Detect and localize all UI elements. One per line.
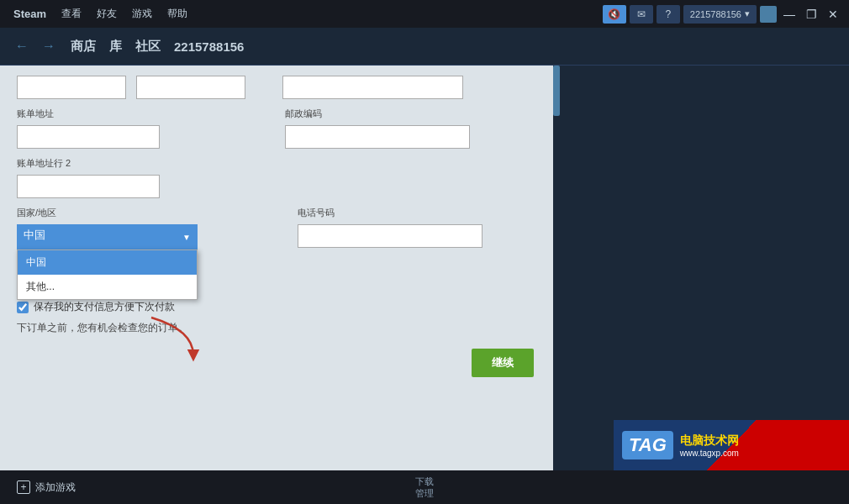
nav-library[interactable]: 库 bbox=[109, 39, 122, 55]
right-sidebar bbox=[559, 66, 849, 470]
title-bar: Steam 查看 好友 游戏 帮助 🔇 ✉ ? 2215788156 ▾ — ❐… bbox=[0, 0, 849, 28]
phone-group: 电话号码 bbox=[298, 207, 483, 249]
menu-bar: Steam 查看 好友 游戏 帮助 bbox=[7, 3, 603, 24]
country-option-other[interactable]: 其他... bbox=[18, 275, 197, 299]
bottom-bar: + 添加游戏 下载 管理 bbox=[0, 470, 849, 504]
partial-input-3 bbox=[282, 76, 463, 99]
restore-button[interactable]: ❐ bbox=[802, 5, 820, 24]
downloads-area[interactable]: 下载 管理 bbox=[415, 475, 434, 500]
plus-icon: + bbox=[17, 480, 30, 494]
country-group: 国家/地区 中国 ▼ 中国 其他... bbox=[17, 207, 198, 249]
menu-friends[interactable]: 好友 bbox=[90, 3, 124, 24]
menu-view[interactable]: 查看 bbox=[55, 3, 88, 24]
nav-community[interactable]: 社区 bbox=[135, 39, 161, 55]
mail-button[interactable]: ✉ bbox=[630, 5, 653, 24]
tag-site-url: www.tagxp.com bbox=[680, 449, 739, 458]
country-selected-value: 中国 bbox=[24, 228, 45, 241]
tag-text: 电脑技术网 www.tagxp.com bbox=[680, 433, 739, 458]
save-payment-checkbox[interactable] bbox=[17, 302, 29, 313]
scroll-track bbox=[553, 66, 560, 470]
continue-btn-area: 继续 bbox=[17, 349, 542, 377]
partial-input-1 bbox=[17, 76, 126, 99]
billing-address-label: 账单地址 bbox=[17, 108, 185, 120]
steam-logo[interactable]: Steam bbox=[7, 4, 53, 24]
phone-label: 电话号码 bbox=[298, 207, 483, 219]
downloads-label: 下载 bbox=[415, 475, 434, 487]
account-label: 2215788156 bbox=[690, 9, 741, 19]
tag-site-name: 电脑技术网 bbox=[680, 433, 739, 449]
billing-address-row: 账单地址 邮政编码 bbox=[17, 108, 542, 149]
billing-address2-row: 账单地址行 2 bbox=[17, 157, 542, 198]
nav-user: 2215788156 bbox=[174, 39, 244, 54]
menu-help[interactable]: 帮助 bbox=[161, 3, 194, 24]
billing-address2-label: 账单地址行 2 bbox=[17, 157, 185, 170]
country-option-china[interactable]: 中国 bbox=[18, 250, 197, 275]
nav-bar: ← → 商店 库 社区 2215788156 bbox=[0, 28, 849, 66]
avatar bbox=[760, 6, 777, 23]
billing-address-group: 账单地址 bbox=[17, 108, 185, 149]
save-payment-label: 保存我的支付信息方便下次付款 bbox=[34, 300, 175, 314]
postal-code-label: 邮政编码 bbox=[285, 108, 470, 120]
country-dropdown: 中国 其他... bbox=[17, 249, 198, 300]
billing-address2-input[interactable] bbox=[17, 175, 160, 198]
order-note: 下订单之前，您有机会检查您的订单。 bbox=[17, 321, 542, 335]
account-button[interactable]: 2215788156 ▾ bbox=[683, 5, 757, 24]
continue-button[interactable]: 继续 bbox=[472, 349, 534, 377]
add-game-label: 添加游戏 bbox=[35, 480, 76, 495]
billing-address2-group: 账单地址行 2 bbox=[17, 157, 185, 198]
country-select-wrapper: 中国 ▼ 中国 其他... bbox=[17, 224, 198, 249]
main-content: 账单地址 邮政编码 账单地址行 2 国家/地区 bbox=[0, 66, 849, 470]
close-button[interactable]: ✕ bbox=[824, 5, 842, 24]
country-select[interactable]: 中国 bbox=[17, 224, 198, 249]
nav-store[interactable]: 商店 bbox=[71, 39, 96, 55]
save-payment-row: 保存我的支付信息方便下次付款 bbox=[17, 300, 542, 314]
nav-links: 商店 库 社区 2215788156 bbox=[71, 39, 244, 55]
country-phone-row: 国家/地区 中国 ▼ 中国 其他... 电话 bbox=[17, 207, 542, 249]
postal-code-input[interactable] bbox=[285, 125, 470, 149]
manage-label: 管理 bbox=[415, 487, 434, 499]
phone-input[interactable] bbox=[298, 224, 483, 248]
scroll-thumb[interactable] bbox=[553, 66, 560, 116]
minimize-button[interactable]: — bbox=[780, 5, 799, 24]
menu-games[interactable]: 游戏 bbox=[125, 3, 159, 24]
tag-watermark: TAG 电脑技术网 www.tagxp.com bbox=[614, 420, 849, 470]
form-container: 账单地址 邮政编码 账单地址行 2 国家/地区 bbox=[0, 66, 559, 470]
nav-arrows: ← → bbox=[10, 37, 61, 55]
postal-code-group: 邮政编码 bbox=[285, 108, 470, 149]
partial-input-2 bbox=[136, 76, 245, 99]
mute-button[interactable]: 🔇 bbox=[603, 5, 626, 24]
title-bar-controls: 🔇 ✉ ? 2215788156 ▾ — ❐ ✕ bbox=[603, 5, 842, 24]
tag-logo: TAG bbox=[622, 431, 673, 459]
forward-button[interactable]: → bbox=[37, 37, 61, 55]
back-button[interactable]: ← bbox=[10, 37, 34, 55]
top-input-row bbox=[17, 76, 542, 99]
help-button[interactable]: ? bbox=[657, 5, 680, 24]
account-chevron: ▾ bbox=[745, 8, 750, 19]
country-label: 国家/地区 bbox=[17, 207, 198, 219]
content-area[interactable]: 账单地址 邮政编码 账单地址行 2 国家/地区 bbox=[0, 66, 559, 470]
add-game-button[interactable]: + 添加游戏 bbox=[10, 477, 82, 498]
billing-address-input[interactable] bbox=[17, 125, 160, 149]
